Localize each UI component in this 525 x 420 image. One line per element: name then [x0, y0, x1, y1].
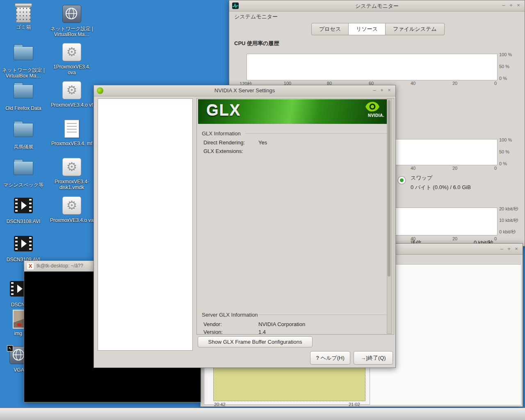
vendor-label: Vendor:	[203, 321, 222, 327]
nvidia-logo: NVIDIA.	[365, 101, 388, 118]
axis-tick: 20	[452, 236, 457, 241]
gear-icon: ⚙	[62, 196, 81, 215]
minimize-button[interactable]: –	[498, 246, 505, 252]
desktop-icon-label: Old Firefox Data	[0, 105, 46, 111]
desktop-icon-video[interactable]: DSCN3109.AVI	[0, 234, 46, 262]
help-button[interactable]: ? ヘルプ(H)	[310, 351, 350, 365]
axis-tick: 50 %	[499, 149, 509, 154]
maximize-button[interactable]: +	[505, 246, 513, 252]
minimize-button[interactable]: –	[500, 2, 507, 8]
nvidia-window-controls: –+×	[371, 87, 393, 93]
version-label: Version:	[203, 329, 223, 335]
axis-tick: 40	[411, 81, 415, 86]
desktop-icon-globe[interactable]: ネットワーク設定 | VirtualBox Ma…	[49, 4, 95, 37]
quit-button[interactable]: →]終了(Q)	[354, 351, 393, 365]
sysmon-title: システムモニター	[229, 2, 525, 10]
desktop-icon-folder[interactable]: 兵馬俑展	[0, 119, 46, 150]
desktop-icon-label: ProxmoxVE3.4.o vf	[49, 102, 95, 108]
glx-banner: GLX NVIDIA.	[198, 99, 392, 124]
tab-processes[interactable]: プロセス	[311, 23, 349, 35]
xterm-icon: X	[27, 263, 34, 269]
desktop-icon-folder[interactable]: ネットワーク設定 | VirtualBox Ma…	[0, 42, 46, 79]
desktop-icon-folder[interactable]: Old Firefox Data	[0, 80, 46, 111]
shortcut-arrow-icon: ↖	[7, 345, 13, 352]
content-scrollbar[interactable]	[387, 99, 392, 334]
tab-resources[interactable]: リソース	[348, 23, 386, 35]
desktop-icon-label: ネットワーク設定 | VirtualBox Ma…	[49, 26, 95, 37]
maximize-button[interactable]: +	[378, 87, 386, 93]
show-glx-framebuffer-button[interactable]: Show GLX Frame Buffer Configurations	[198, 336, 313, 347]
cpu-history-heading: CPU 使用率の履歴	[234, 40, 279, 47]
gear-icon: ⚙	[62, 43, 81, 61]
gear-icon: ⚙	[62, 158, 81, 176]
folder-icon	[14, 123, 33, 137]
gear-icon: ⚙	[62, 81, 81, 99]
desktop-icon-label: ゴミ箱	[0, 24, 46, 30]
close-button[interactable]: ×	[513, 246, 520, 252]
swap-label: スワップ	[411, 174, 432, 182]
desktop-icon-label: 兵馬俑展	[0, 144, 46, 150]
cpu-history-chart	[247, 54, 498, 80]
axis-tick: 0 %	[499, 161, 507, 166]
maximize-button[interactable]: +	[507, 2, 515, 8]
vendor-value: NVIDIA Corporation	[258, 321, 305, 327]
desktop-icon-gear[interactable]: ⚙1ProxmoxVE3.4. ova	[49, 42, 95, 75]
direct-rendering-label: Direct Rendering:	[203, 139, 245, 146]
axis-tick: 0	[494, 81, 497, 86]
axis-tick: 20	[452, 81, 457, 86]
desktop-icon-label: 1ProxmoxVE3.4. ova	[49, 64, 95, 75]
trash-icon	[15, 3, 32, 7]
desktop-icon-label: ネットワーク設定 | VirtualBox Ma…	[0, 67, 46, 79]
sysmon-window-controls: –+×	[500, 2, 522, 8]
server-glx-section: Server GLX Information	[202, 312, 258, 318]
taskbar	[0, 408, 525, 420]
help-icon: ?	[316, 355, 319, 361]
glx-banner-text: GLX	[206, 102, 241, 119]
minimize-button[interactable]: –	[371, 87, 378, 93]
desktop-icon-video[interactable]: DSCN3108.AVI	[0, 196, 46, 224]
axis-tick: 0 %	[499, 76, 507, 81]
nvidia-sidebar	[98, 98, 193, 351]
direct-rendering-value: Yes	[258, 139, 267, 146]
axis-tick: 20 kbit/秒	[499, 206, 518, 212]
sysmon-titlebar[interactable]: システムモニター –+×	[229, 0, 525, 11]
desktop-icon-label: ProxmoxVE3.4- disk1.vmdk	[49, 179, 95, 190]
desktop-icon-folder[interactable]: マシンスペック等	[0, 157, 46, 188]
desktop-icon-gear[interactable]: ⚙ProxmoxVE3.4.o vf	[49, 80, 95, 108]
desktop-icon-gear[interactable]: ⚙ProxmoxVE3.4- disk1.vmdk	[49, 157, 95, 190]
video-icon	[14, 198, 33, 213]
video-icon	[14, 236, 33, 251]
axis-tick: 100 %	[499, 137, 512, 142]
axis-tick: 20	[452, 166, 457, 171]
axis-tick: 0	[494, 236, 497, 241]
axis-tick: 0 kbit/秒	[499, 229, 516, 235]
axis-tick: 100 %	[499, 52, 512, 57]
desktop-icon-label: ProxmoxVE3.4. mf	[49, 141, 95, 146]
nvidia-titlebar[interactable]: NVIDIA X Server Settings –+×	[94, 85, 395, 96]
nvidia-settings-window: NVIDIA X Server Settings –+× GLX NVIDIA.…	[94, 85, 396, 368]
folder-icon	[14, 46, 33, 60]
desktop-icon-doc[interactable]: ProxmoxVE3.4. mf	[49, 119, 95, 146]
folder-icon	[14, 161, 33, 175]
close-button[interactable]: ×	[515, 2, 522, 8]
desktop-icon-label: ProxmoxVE3.4.o va	[49, 217, 95, 223]
close-button[interactable]: ×	[386, 87, 393, 93]
desktop-icon-gear[interactable]: ⚙ProxmoxVE3.4.o va	[49, 196, 95, 223]
globe-icon	[62, 5, 81, 23]
axis-tick: 50 %	[499, 64, 509, 69]
sysmon-menu[interactable]: システムモニター	[234, 13, 278, 21]
psensor-window-controls: –+×	[498, 246, 520, 252]
swap-indicator	[397, 176, 406, 185]
desktop-icon-trash[interactable]: ゴミ箱	[0, 2, 46, 30]
desktop-icon-label: DSCN3108.AVI	[0, 219, 46, 224]
sysmon-tabs: プロセスリソースファイルシステム	[311, 23, 444, 35]
tab-filesystems[interactable]: ファイルシステム	[385, 23, 444, 35]
document-icon	[64, 120, 79, 138]
desktop-icon-label: マシンスペック等	[0, 182, 46, 188]
axis-tick: 40	[411, 166, 415, 171]
glx-info-section: GLX Information	[202, 130, 241, 137]
nvidia-content: GLX NVIDIA. GLX Information Direct Rende…	[196, 98, 394, 335]
version-value: 1.4	[258, 329, 266, 335]
folder-icon	[14, 84, 33, 98]
exit-icon: →]	[361, 355, 368, 361]
